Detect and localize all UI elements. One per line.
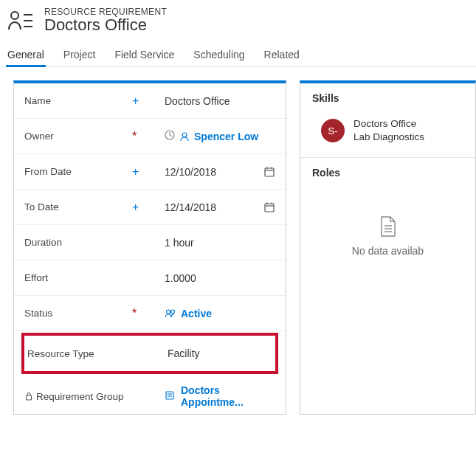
people-icon xyxy=(165,308,176,319)
field-owner[interactable]: Owner * Spencer Low xyxy=(14,119,286,154)
roles-empty-state: No data availab xyxy=(300,186,475,272)
owner-link-text: Spencer Low xyxy=(194,131,258,142)
content-area: Name + Doctors Office Owner * Spencer Lo… xyxy=(0,67,476,415)
skills-text: Doctors Office Lab Diagnostics xyxy=(353,117,424,144)
value-owner[interactable]: Spencer Low xyxy=(165,130,275,142)
value-effort: 1.0000 xyxy=(165,272,275,284)
field-status[interactable]: Status * Active xyxy=(14,296,286,331)
tab-related[interactable]: Related xyxy=(263,44,301,66)
header-text: RESOURCE REQUIREMENT Doctors Office xyxy=(44,7,167,35)
document-icon xyxy=(379,215,398,238)
side-panel: Skills S- Doctors Office Lab Diagnostics… xyxy=(300,80,476,415)
svg-rect-6 xyxy=(265,168,274,176)
label-name: Name xyxy=(24,95,135,106)
value-resource-type: Facility xyxy=(168,347,272,359)
value-status[interactable]: Active xyxy=(165,308,275,319)
required-marker: * xyxy=(132,130,137,143)
label-resource-type: Resource Type xyxy=(27,348,138,359)
value-to-date[interactable]: 12/14/2018 xyxy=(165,201,275,213)
field-resource-type[interactable]: Resource Type Facility xyxy=(24,336,275,371)
status-link-text: Active xyxy=(181,308,212,319)
tab-project[interactable]: Project xyxy=(62,44,97,66)
from-date-text: 12/10/2018 xyxy=(165,166,216,178)
svg-point-14 xyxy=(167,310,170,314)
recommended-marker: + xyxy=(132,165,139,179)
skills-line1: Doctors Office xyxy=(353,117,424,131)
req-group-link-text: Doctors Appointme... xyxy=(181,384,275,408)
recommended-marker: + xyxy=(132,201,139,214)
field-duration[interactable]: Duration 1 hour xyxy=(14,225,286,260)
no-data-text: No data availab xyxy=(352,245,424,257)
label-requirement-group: Requirement Group xyxy=(24,391,135,402)
field-from-date[interactable]: From Date + 12/10/2018 xyxy=(14,154,286,190)
highlight-resource-type: Resource Type Facility xyxy=(21,333,278,374)
field-requirement-group[interactable]: Requirement Group Doctors Appointme... xyxy=(14,378,286,414)
svg-point-0 xyxy=(11,12,18,19)
avatar: S- xyxy=(321,119,345,142)
page-header: RESOURCE REQUIREMENT Doctors Office xyxy=(0,0,476,44)
value-requirement-group[interactable]: Doctors Appointme... xyxy=(165,384,275,408)
clock-icon xyxy=(165,130,175,142)
person-icon xyxy=(179,131,190,142)
svg-point-5 xyxy=(182,133,187,137)
recommended-marker: + xyxy=(132,94,139,108)
tab-bar: General Project Field Service Scheduling… xyxy=(0,44,476,67)
label-status: Status xyxy=(24,308,135,319)
resource-requirement-icon xyxy=(6,6,35,35)
tab-scheduling[interactable]: Scheduling xyxy=(192,44,246,66)
field-to-date[interactable]: To Date + 12/14/2018 xyxy=(14,190,286,225)
label-duration: Duration xyxy=(24,237,135,248)
value-from-date[interactable]: 12/10/2018 xyxy=(165,166,275,178)
lock-icon xyxy=(24,392,33,401)
svg-rect-10 xyxy=(265,204,274,212)
value-duration: 1 hour xyxy=(165,237,275,249)
svg-rect-16 xyxy=(27,395,32,400)
req-group-label-text: Requirement Group xyxy=(36,391,124,402)
skills-item[interactable]: S- Doctors Office Lab Diagnostics xyxy=(300,111,475,157)
form-panel: Name + Doctors Office Owner * Spencer Lo… xyxy=(13,80,286,415)
roles-section-title: Roles xyxy=(300,158,475,186)
label-to-date: To Date xyxy=(24,201,135,212)
value-name: Doctors Office xyxy=(165,95,275,107)
label-from-date: From Date xyxy=(24,166,135,177)
required-marker: * xyxy=(132,307,137,320)
to-date-text: 12/14/2018 xyxy=(165,201,216,213)
calendar-icon[interactable] xyxy=(263,166,275,178)
svg-point-15 xyxy=(171,310,175,314)
field-name[interactable]: Name + Doctors Office xyxy=(14,83,286,119)
svg-rect-17 xyxy=(166,392,173,399)
record-icon xyxy=(165,390,175,403)
tab-general[interactable]: General xyxy=(6,44,46,66)
calendar-icon[interactable] xyxy=(263,201,275,213)
field-effort[interactable]: Effort 1.0000 xyxy=(14,260,286,296)
label-effort: Effort xyxy=(24,272,135,283)
skills-section-title: Skills xyxy=(300,83,475,111)
page-title: Doctors Office xyxy=(44,15,167,35)
tab-field-service[interactable]: Field Service xyxy=(113,44,176,66)
label-owner: Owner xyxy=(24,131,135,142)
skills-line2: Lab Diagnostics xyxy=(353,131,424,144)
